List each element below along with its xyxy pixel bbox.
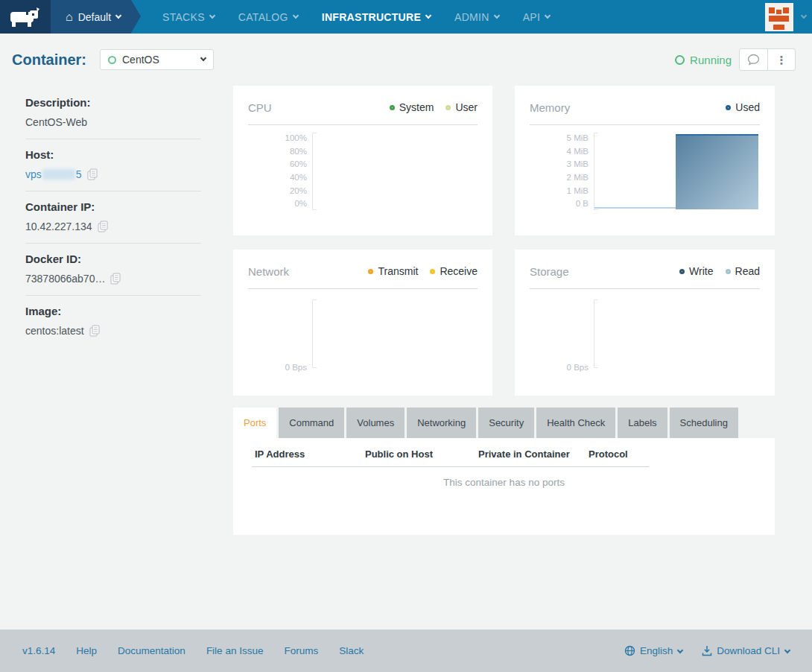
detail-tabs: Ports Command Volumes Networking Securit… xyxy=(233,408,775,438)
legend-receive[interactable]: Receive xyxy=(430,265,478,277)
detail-sidebar: Description: CentOS-Web Host: vps5 Conta… xyxy=(25,86,201,535)
divider xyxy=(25,191,201,191)
environment-selector[interactable]: ⌂ Default xyxy=(51,0,131,34)
content: Description: CentOS-Web Host: vps5 Conta… xyxy=(0,86,812,535)
status-badge: Running xyxy=(675,54,732,66)
memory-chart-title: Memory xyxy=(530,101,570,114)
memory-used-area xyxy=(676,134,758,209)
tab-scheduling[interactable]: Scheduling xyxy=(670,408,738,438)
memory-chart: 5 MiB4 MiB 3 MiB2 MiB 1 MiB0 B xyxy=(530,134,760,210)
host-value-prefix: vps xyxy=(25,168,42,180)
footer-link-documentation[interactable]: Documentation xyxy=(118,645,185,656)
copy-button[interactable] xyxy=(110,273,121,285)
nav-item-catalog[interactable]: CATALOG xyxy=(238,11,298,23)
console-button[interactable] xyxy=(740,49,767,70)
container-select-value: CentOS xyxy=(122,54,159,66)
language-selector[interactable]: English xyxy=(624,645,682,656)
col-private-in-container: Private in Container xyxy=(475,448,586,460)
chevron-down-icon xyxy=(209,12,215,18)
storage-y-axis-labels: 0 Bps xyxy=(530,299,594,368)
network-chart: 0 Bps xyxy=(248,299,478,375)
used-legend-ring-icon xyxy=(726,105,731,110)
tab-security[interactable]: Security xyxy=(478,408,534,438)
copy-button[interactable] xyxy=(89,325,100,337)
footer-link-forums[interactable]: Forums xyxy=(284,645,318,656)
nav-item-infrastructure[interactable]: INFRASTRUCTURE xyxy=(322,11,431,23)
nav-label: ADMIN xyxy=(454,11,489,23)
docker-id-label: Docker ID: xyxy=(25,253,201,265)
action-button-group: ⋮ xyxy=(739,48,796,71)
more-actions-button[interactable]: ⋮ xyxy=(767,49,795,70)
host-link[interactable]: vps5 xyxy=(25,168,82,180)
download-cli-menu[interactable]: Download CLI xyxy=(702,645,790,656)
divider xyxy=(248,288,478,289)
nav-label: API xyxy=(523,11,540,23)
language-label: English xyxy=(640,645,673,656)
running-circle-icon xyxy=(675,55,685,65)
rancher-logo[interactable] xyxy=(0,0,51,34)
copy-button[interactable] xyxy=(98,221,108,232)
divider xyxy=(248,124,478,125)
legend-read[interactable]: Read xyxy=(726,265,760,277)
cpu-chart-title: CPU xyxy=(248,101,272,114)
download-icon xyxy=(702,645,712,656)
nav-label: STACKS xyxy=(162,11,205,23)
environment-label: Default xyxy=(78,11,111,23)
version-label: v1.6.14 xyxy=(22,645,55,656)
divider xyxy=(25,139,201,139)
user-legend-ring-icon xyxy=(445,105,451,110)
legend-transmit[interactable]: Transmit xyxy=(368,265,418,277)
cpu-y-axis-labels: 100%80% 60%40% 20%0% xyxy=(248,134,312,209)
image-value: centos:latest xyxy=(25,325,84,337)
footer: v1.6.14 Help Documentation File an Issue… xyxy=(0,630,812,672)
col-ip-address: IP Address xyxy=(252,448,362,460)
tab-volumes[interactable]: Volumes xyxy=(346,408,405,438)
top-navbar: ⌂ Default STACKS CATALOG INFRASTRUCTURE … xyxy=(0,0,812,34)
nav-item-api[interactable]: API xyxy=(523,11,550,23)
clipboard-copy-icon xyxy=(89,325,100,337)
memory-card: Memory Used 5 MiB4 MiB 3 MiB2 MiB 1 MiB0… xyxy=(515,86,775,235)
copy-button[interactable] xyxy=(87,168,98,180)
tab-networking[interactable]: Networking xyxy=(407,408,476,438)
tab-command[interactable]: Command xyxy=(279,408,344,438)
divider xyxy=(530,288,760,289)
description-label: Description: xyxy=(25,96,201,109)
chevron-down-icon xyxy=(200,55,206,61)
tab-ports[interactable]: Ports xyxy=(233,408,276,438)
speech-bubble-icon xyxy=(747,54,760,66)
footer-link-file-an-issue[interactable]: File an Issue xyxy=(206,645,264,656)
legend-user[interactable]: User xyxy=(445,101,478,113)
network-card: Network Transmit Receive xyxy=(233,250,492,396)
ports-table-header: IP Address Public on Host Private in Con… xyxy=(252,448,649,467)
col-public-on-host: Public on Host xyxy=(362,448,475,460)
write-legend-ring-icon xyxy=(679,269,685,274)
legend-write[interactable]: Write xyxy=(679,265,713,277)
redacted-text xyxy=(42,169,75,180)
legend-used[interactable]: Used xyxy=(726,101,760,113)
page-title: Container: xyxy=(12,51,86,69)
host-label: Host: xyxy=(25,148,201,161)
nav-item-stacks[interactable]: STACKS xyxy=(162,11,215,23)
page-header: Container: CentOS Running ⋮ xyxy=(0,34,812,86)
footer-link-slack[interactable]: Slack xyxy=(339,645,364,656)
container-ip-value: 10.42.227.134 xyxy=(25,221,92,232)
divider xyxy=(25,243,201,244)
chevron-down-icon xyxy=(115,12,121,18)
container-select[interactable]: CentOS xyxy=(100,49,214,70)
tab-labels[interactable]: Labels xyxy=(618,408,667,438)
legend-label: User xyxy=(455,101,478,113)
read-legend-ring-icon xyxy=(726,269,731,274)
clipboard-copy-icon xyxy=(110,273,121,285)
cpu-chart: 100%80% 60%40% 20%0% xyxy=(248,134,478,210)
legend-system[interactable]: System xyxy=(390,101,434,113)
globe-icon xyxy=(624,645,635,656)
user-avatar-identicon[interactable] xyxy=(765,3,793,31)
chart-cards: CPU System User 10 xyxy=(233,86,775,396)
chevron-down-icon[interactable] xyxy=(801,12,807,18)
nav-item-admin[interactable]: ADMIN xyxy=(454,11,499,23)
tab-health-check[interactable]: Health Check xyxy=(536,408,615,438)
home-icon: ⌂ xyxy=(66,11,73,23)
cow-icon xyxy=(10,7,41,28)
footer-link-help[interactable]: Help xyxy=(76,645,97,656)
network-plot-area xyxy=(313,298,478,375)
